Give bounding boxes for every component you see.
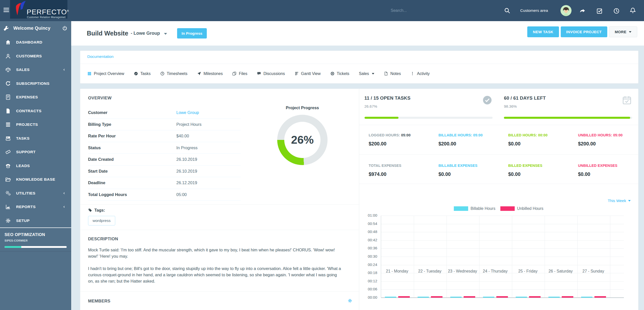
tab-activity[interactable]: Activity [410,71,430,76]
gridline [381,240,624,241]
refresh-icon [5,80,11,87]
clock-icon[interactable] [613,8,620,14]
chart-period-dropdown[interactable]: This Week [608,199,631,203]
billable-hours-cell: BILLABLE HOURS: 05:00 $200.00 [429,125,499,154]
tag-icon [88,208,92,212]
logout-power-icon[interactable] [62,25,68,31]
note-file-icon [384,71,388,76]
y-tick-label: 00:24 [362,262,377,267]
sidebar-item-projects[interactable]: PROJECTS [0,118,71,132]
sidebar-item-reports[interactable]: REPORTS [0,200,71,214]
gridline [381,232,624,232]
tab-tickets[interactable]: Tickets [330,71,349,76]
gear-icon [5,217,11,224]
user-icon [5,53,11,59]
table-row: Start Date26.10.2019 [88,166,241,177]
billable-expenses-cell: BILLABLE EXPENSES $0.00 [429,154,499,184]
chevron-left-icon [62,205,66,209]
sidebar-item-utilities[interactable]: UTILITIES [0,186,71,200]
days-left-progress-bar [504,117,632,119]
unbilled-hours-cell: UNBILLED HOURS: 05:00 $200.00 [569,125,638,154]
bell-icon[interactable] [629,7,636,14]
tab-discussions[interactable]: Discussions [257,71,285,76]
menu-toggle-icon[interactable] [4,8,9,13]
project-progress-widget: Project Progress 26% [267,105,338,165]
more-button[interactable]: MORE [609,26,637,37]
sidebar-item-expenses[interactable]: EXPENSES [0,90,71,104]
share-icon[interactable] [579,8,586,14]
description-title: DESCRIPTION [88,237,359,242]
tag-chip[interactable]: wordpress [88,216,115,225]
seo-title: SEO OPTIMIZATION [5,232,67,237]
y-tick-label: 00:54 [362,221,377,226]
gridline [610,216,610,298]
customer-link[interactable]: Lowe Group [176,110,199,115]
tasks-check-icon[interactable] [596,8,603,14]
tab-sales[interactable]: Sales [359,71,374,76]
days-left-title: 60 / 61 DAYS LEFT [504,95,632,101]
gridline [479,216,479,298]
sidebar-item-leads[interactable]: LEADS [0,159,71,173]
search-input[interactable]: Search... [391,0,407,21]
sidebar-item-tasks[interactable]: TASKS [0,132,71,145]
sidebar-item-subscriptions[interactable]: SUBSCRIPTIONS [0,77,71,91]
invoice-project-button[interactable]: INVOICE PROJECT [561,26,607,37]
sidebar-item-customers[interactable]: CUSTOMERS [0,49,71,63]
unbilled-hours-bar [594,296,606,298]
billable-hours-bar [385,297,396,298]
billed-expenses-cell: BILLED EXPENSES $0.00 [499,154,568,184]
customers-area-link[interactable]: Customers area [520,0,548,21]
app-logo[interactable]: PERFECTO® Customer Relation Managemet [10,0,67,19]
sidebar-item-setup[interactable]: SETUP [0,214,71,228]
tab-gantt-view[interactable]: Gantt View [295,71,321,76]
sidebar-item-support[interactable]: SUPPORT [0,145,71,159]
x-tick-label: 25 - Friday [510,269,546,274]
tab-milestones[interactable]: Milestones [197,71,223,76]
y-tick-label: 00:42 [362,238,377,242]
copy-icon [232,71,236,76]
billable-hours-amount: $200.00 [438,141,497,147]
topbar: PERFECTO® Customer Relation Managemet Se… [0,0,644,21]
billed-hours-cell: BILLED HOURS: 00:00 $0.00 [499,125,568,154]
wrench-icon [3,25,9,31]
avatar[interactable] [560,5,572,16]
overview-section: OVERVIEW CustomerLowe Group Billing Type… [80,89,359,205]
expenses-row: TOTAL EXPENSES $974.00 BILLABLE EXPENSES… [359,154,638,184]
billable-hours-bar [516,297,527,298]
gridline [381,265,624,265]
hours-chart-section: This Week Billable Hours Unbilled Hours … [359,184,638,310]
sidebar-item-contracts[interactable]: CONTRACTS [0,104,71,118]
sidebar: Welcome Quincy DASHBOARD CUSTOMERS SALES… [0,21,71,310]
tags-section: Tags: wordpress [80,205,359,230]
project-dropdown-caret-icon[interactable] [164,33,167,35]
breadcrumb[interactable]: Documentation [87,54,113,59]
x-tick-label: 21 - Monday [380,269,415,274]
table-row: CustomerLowe Group [88,107,241,119]
tab-files[interactable]: Files [232,71,247,76]
tab-tasks[interactable]: Tasks [134,71,151,76]
search-icon[interactable] [504,7,511,14]
sidebar-welcome: Welcome Quincy [0,21,71,35]
members-settings-gear-icon[interactable] [347,298,352,303]
tab-notes[interactable]: Notes [384,71,401,76]
clock-icon [160,71,165,76]
tags-label: Tags: [94,208,105,213]
unbilled-hours-amount: $200.00 [578,141,637,147]
overview-title: OVERVIEW [88,96,359,101]
cogs-icon [5,190,11,197]
sidebar-item-knowledge-base[interactable]: KNOWLEDGE BASE [0,173,71,186]
chart-legend: Billable Hours Unbilled Hours [359,206,638,211]
folder-open-icon [5,176,11,183]
welcome-label: Welcome Quincy [13,26,51,31]
tab-timesheets[interactable]: Timesheets [160,71,187,76]
y-tick-label: 00:18 [362,270,377,275]
gridline [545,216,545,298]
overview-table: CustomerLowe Group Billing TypeProject H… [88,107,241,201]
unbilled-hours-swatch [500,206,515,211]
tab-project-overview[interactable]: Project Overview [87,71,124,76]
sidebar-item-sales[interactable]: SALES [0,63,71,77]
main-content: Build Website - Lowe Group In Progress N… [71,21,644,310]
sidebar-item-dashboard[interactable]: DASHBOARD [0,35,71,49]
new-task-button[interactable]: NEW TASK [527,26,559,37]
gridline [414,216,414,298]
